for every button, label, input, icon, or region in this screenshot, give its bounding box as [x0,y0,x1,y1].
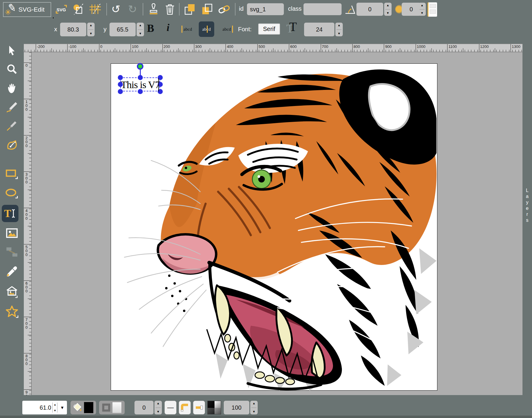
element-class-input[interactable] [303,3,342,15]
workarea[interactable]: This is V7 [32,52,522,395]
tool-pencil[interactable] [3,99,21,115]
h-ruler-label: -200 [36,44,45,52]
v-ruler-label: 300 [24,171,29,184]
clone-stamp-button[interactable] [147,2,160,16]
h-ruler-label: 300 [194,44,202,52]
source-icon-text: SVG [57,7,66,12]
snap-grid-button[interactable] [88,2,102,16]
zoom-spinner[interactable]: ▲▼ [52,403,57,413]
toolbar-separator [143,3,143,15]
tool-select[interactable] [3,43,21,58]
text-anchor-start-button[interactable]: abcd [180,21,195,37]
text-anchor-end-button[interactable]: abcd [219,21,234,37]
stroke-linecap-button[interactable] [193,401,205,414]
tool-path[interactable] [3,138,21,153]
text-toolbar: x ▲▼ y ▲▼ B i abcd abcd abcd Font: Serif… [0,18,532,44]
angle-input[interactable] [356,3,383,16]
panel-toggle-button[interactable] [428,2,437,17]
stroke-dash-button[interactable]: — [165,401,176,414]
stroke-icon [102,403,110,412]
y-input[interactable] [109,23,136,36]
italic-button[interactable]: i [167,22,169,33]
angle-spinner[interactable]: ▲▼ [384,3,392,16]
h-ruler-label: 600 [289,44,297,52]
fill-color-button[interactable] [71,401,96,414]
x-input[interactable] [60,23,86,36]
left-tool-panel: T [0,44,24,395]
zoom-dropdown-icon[interactable]: ▼ [57,405,67,410]
main-menu-button[interactable]: ✳✎ SVG-Edit ▼ [3,2,51,17]
toolbar-separator [235,3,235,15]
h-ruler-label: 700 [321,44,328,52]
v-ruler-label: 500 [24,244,29,257]
redo-button[interactable]: ↻ [126,2,139,16]
fill-color-swatch [84,402,93,413]
opacity-icon [207,401,221,414]
edit-source-button[interactable]: SVG [54,2,68,16]
v-ruler-label: 400 [24,208,29,220]
blur-spinner[interactable]: ▲▼ [418,3,426,16]
tool-image[interactable] [3,225,21,241]
app-title: SVG-Edit [18,6,45,13]
tool-shape-library[interactable] [3,284,21,300]
opacity-spinner[interactable]: ▲▼ [250,401,258,414]
h-ruler-label: 900 [384,44,392,52]
tool-zoom[interactable] [3,61,21,77]
opacity-input[interactable] [224,401,249,414]
y-label: y [104,26,107,33]
h-ruler-label: 500 [257,44,265,52]
stroke-linejoin-button[interactable] [179,401,191,414]
h-ruler-label: 1000 [416,44,425,52]
tool-eyedropper[interactable] [3,264,21,279]
font-size-icon-front: T [289,20,297,34]
tool-rectangle[interactable] [3,166,21,182]
element-id-input[interactable] [247,3,284,15]
v-ruler-label: 600 [24,280,29,293]
tool-star[interactable] [3,304,21,319]
layers-tab-label: Layers [522,188,532,223]
h-ruler-label: 0 [99,44,102,52]
y-spinner[interactable]: ▲▼ [137,23,144,36]
tool-pan[interactable] [3,80,21,96]
toolbar-separator [179,3,179,15]
font-size-input[interactable] [304,23,334,36]
move-to-bottom-button[interactable] [201,2,214,16]
bold-button[interactable]: B [147,22,154,35]
tool-line[interactable] [3,118,21,133]
h-ruler-label: 100 [131,44,138,52]
stroke-color-button[interactable] [99,401,125,414]
v-ruler-label: 100 [24,99,29,111]
font-family-button[interactable]: Serif [258,24,280,35]
class-label: class [288,5,302,12]
font-size-spinner[interactable]: ▲▼ [335,23,343,36]
tool-text[interactable]: T [2,205,18,222]
x-spinner[interactable]: ▲▼ [87,23,95,36]
blur-input[interactable] [402,3,421,16]
h-ruler-label: -100 [67,44,76,52]
h-ruler-label: 200 [162,44,170,52]
tool-ellipse[interactable] [3,186,21,201]
tiger-drawing [111,64,438,391]
v-ruler-label: 800 [24,353,29,366]
linejoin-miter-icon [181,403,189,412]
top-toolbar: ✳✎ SVG-Edit ▼ SVG ↺ ↻ [0,0,532,18]
v-ruler-label: 700 [24,317,29,329]
zoom-control[interactable]: 61.0 ▲▼ ▼ [22,401,67,414]
wireframe-mode-button[interactable] [71,2,85,16]
svg-edit-logo-icon: ✳✎ [6,4,18,15]
zoom-value: 61.0 [22,404,52,411]
make-link-button[interactable] [218,2,231,16]
linecap-butt-icon [195,403,203,412]
stroke-width-input[interactable] [134,401,154,414]
font-label: Font: [238,26,252,33]
move-to-top-button[interactable] [183,2,197,16]
text-anchor-middle-button[interactable]: abcd [199,21,214,37]
stroke-width-spinner[interactable]: ▲▼ [154,401,162,414]
v-ruler-label: 0 [24,63,29,67]
delete-button[interactable] [163,2,177,16]
undo-button[interactable]: ↺ [109,2,123,16]
svg-canvas[interactable]: This is V7 [111,63,437,391]
vertical-ruler: 0100200300400500600700800900 [24,52,32,395]
tool-connector [3,244,21,260]
layers-panel-tab[interactable]: Layers [522,44,532,395]
